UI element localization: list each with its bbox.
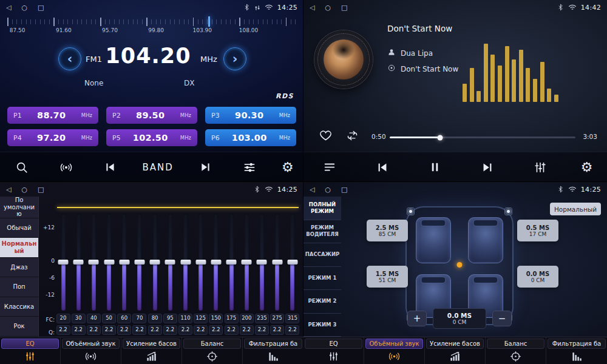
distance-front-right[interactable]: 0.5 MS 17 CM [517,220,558,241]
preset-button[interactable]: P3 90.30 MHz [205,107,296,124]
eq-band-slider[interactable] [178,214,193,311]
listening-mode-item[interactable]: ПАССАЖИР [304,243,341,267]
tab-eq[interactable]: EQ [0,337,61,364]
dx-mode-label[interactable]: DX [184,79,194,87]
progress-bar[interactable] [390,136,575,138]
eq-band-slider[interactable] [285,214,300,311]
playlist-icon[interactable] [317,155,342,180]
slider-handle[interactable] [242,260,252,265]
eq-band-slider[interactable] [163,214,177,311]
seat-front-right[interactable] [468,217,503,263]
recents-button[interactable]: □ [341,186,347,193]
listening-mode-item[interactable]: РЕЖИМ 3 [304,314,341,337]
home-button[interactable]: ○ [325,186,331,193]
home-button[interactable]: ○ [21,4,27,11]
preset-button[interactable]: P6 103.00 MHz [205,129,296,146]
frequency-scale[interactable]: 87.5091.6095.7099.80103.90108.00 [7,16,296,38]
preset-button[interactable]: P1 88.70 MHz [7,107,98,124]
listening-mode-item[interactable]: ПОЛНЫЙ РЕЖИМ [304,197,341,220]
eq-band-slider[interactable] [117,214,132,311]
slider-handle[interactable] [272,260,282,265]
tab-surround-sound[interactable]: Объёмный звук [61,337,121,364]
tab-surround-sound[interactable]: Объёмный звук [364,337,425,364]
tab-balance[interactable]: Баланс [182,337,243,364]
slider-handle[interactable] [73,260,84,265]
eq-band-slider[interactable] [209,214,223,311]
tab-balance[interactable]: Баланс [486,337,546,364]
eq-band-slider[interactable] [254,214,269,311]
seek-down-button[interactable]: ‹ [58,47,81,70]
home-button[interactable]: ○ [325,4,331,11]
seek-up-button[interactable]: › [223,47,246,70]
slider-handle[interactable] [211,260,221,265]
tab-bass-boost[interactable]: Усиление басов [425,337,486,364]
sound-profile-button[interactable]: Нормальный [550,203,601,215]
eq-band-slider[interactable] [224,214,239,311]
next-station-icon[interactable] [193,155,217,180]
seat-front-left[interactable] [416,217,451,263]
eq-band-slider[interactable] [56,214,70,311]
broadcast-scan-icon[interactable] [54,155,78,180]
preset-button[interactable]: P2 89.50 MHz [106,107,197,124]
slider-handle[interactable] [104,260,114,265]
slider-handle[interactable] [226,260,237,265]
tab-bass-boost[interactable]: Усиление басов [121,337,182,364]
slider-handle[interactable] [287,260,297,265]
eq-preset-item[interactable]: По умолчанию [0,197,39,218]
slider-handle[interactable] [119,260,129,265]
listening-mode-item[interactable]: РЕЖИМ 1 [304,267,341,291]
slider-handle[interactable] [89,260,99,265]
back-button[interactable]: ◁ [6,186,11,193]
eq-band-slider[interactable] [132,214,147,311]
slider-handle[interactable] [58,260,69,265]
distance-rear-right[interactable]: 0.0 MS 0 CM [517,266,558,288]
previous-track-icon[interactable] [370,155,395,180]
mixer-faders-icon[interactable] [528,155,552,180]
listening-mode-item[interactable]: РЕЖИМ 2 [304,290,341,314]
repeat-icon[interactable] [346,129,359,144]
increase-delay-button[interactable]: + [407,311,427,326]
eq-band-slider[interactable] [239,214,254,311]
eq-preset-item[interactable]: Поп [0,277,39,297]
slider-handle[interactable] [180,260,191,265]
favorite-heart-icon[interactable] [319,129,332,144]
preset-button[interactable]: P5 102.50 MHz [106,129,197,146]
slider-handle[interactable] [150,260,160,265]
eq-preset-item[interactable]: Классика [0,297,39,317]
preset-button[interactable]: P4 97.20 MHz [7,129,98,146]
eq-preset-item[interactable]: Нормальный [0,238,39,258]
listener-position-dot[interactable] [457,262,463,268]
back-button[interactable]: ◁ [6,4,11,11]
back-button[interactable]: ◁ [310,186,314,193]
eq-band-slider[interactable] [86,214,101,311]
eq-band-slider[interactable] [71,214,86,311]
listening-mode-item[interactable]: РЕЖИМ ВОДИТЕЛЯ [304,220,341,244]
slider-handle[interactable] [134,260,144,265]
decrease-delay-button[interactable]: − [492,311,512,326]
previous-station-icon[interactable] [98,155,123,180]
eq-preset-item[interactable]: Джаз [0,258,39,278]
eq-band-slider[interactable] [194,214,208,311]
search-icon[interactable] [10,155,34,180]
tab-filter[interactable]: Фильтрация ба [243,337,304,364]
next-track-icon[interactable] [475,155,500,180]
band-button[interactable]: BAND [142,162,173,173]
settings-gear-icon[interactable]: ⚙ [581,161,593,174]
recents-button[interactable]: □ [38,186,44,193]
settings-gear-icon[interactable]: ⚙ [282,161,294,174]
tab-eq[interactable]: EQ [304,337,364,364]
tab-filter[interactable]: Фильтрация ба [546,337,607,364]
distance-rear-left[interactable]: 1.5 MS 51 CM [367,266,408,288]
back-button[interactable]: ◁ [310,4,314,11]
slider-handle[interactable] [165,260,175,265]
eq-band-slider[interactable] [102,214,117,311]
distance-front-left[interactable]: 2.5 MS 85 CM [367,220,408,241]
eq-preset-item[interactable]: Обычай [0,218,39,238]
home-button[interactable]: ○ [21,186,27,193]
pause-icon[interactable] [423,155,447,180]
slider-handle[interactable] [257,260,267,265]
slider-handle[interactable] [195,260,206,265]
audio-settings-icon[interactable] [237,155,262,180]
recents-button[interactable]: □ [38,4,44,11]
eq-band-slider[interactable] [270,214,285,311]
